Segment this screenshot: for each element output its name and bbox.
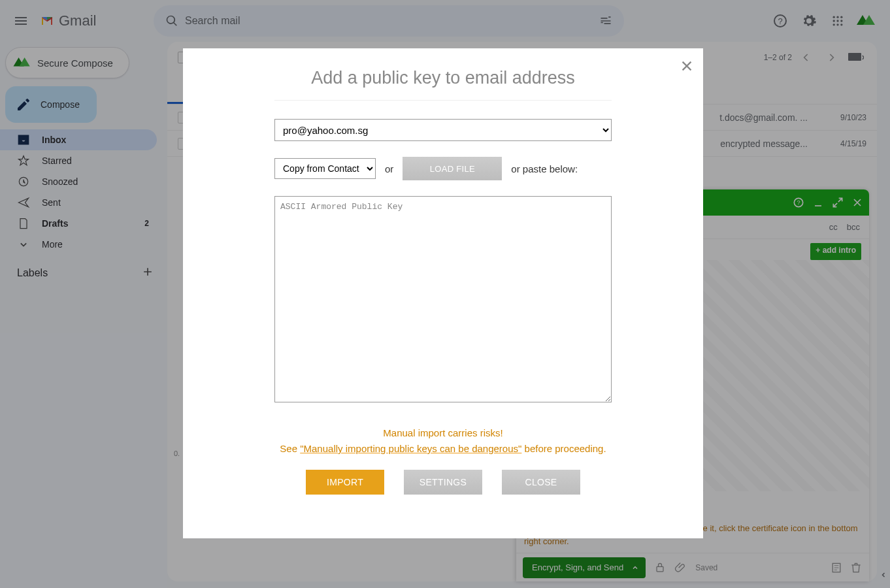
or-label: or	[385, 163, 393, 174]
import-button[interactable]: IMPORT	[306, 470, 384, 495]
public-key-textarea[interactable]	[274, 196, 612, 402]
warning-text: Manual import carries risks! See "Manual…	[274, 425, 612, 457]
paste-label: or paste below:	[511, 163, 578, 174]
warn-see: See	[280, 443, 300, 454]
close-button[interactable]: CLOSE	[502, 470, 580, 495]
warn-line1: Manual import carries risks!	[383, 427, 503, 438]
email-select[interactable]: pro@yahoo.com.sg	[274, 119, 612, 141]
modal-buttons: IMPORT SETTINGS CLOSE	[274, 470, 612, 495]
settings-button[interactable]: SETTINGS	[404, 470, 482, 495]
warn-after: before proceeding.	[521, 443, 606, 454]
close-icon	[680, 59, 694, 73]
modal-title: Add a public key to email address	[274, 68, 612, 101]
warn-link[interactable]: "Manually importing public keys can be d…	[300, 443, 521, 454]
contact-select[interactable]: Copy from Contact	[274, 158, 376, 179]
load-file-button[interactable]: LOAD FILE	[403, 157, 502, 180]
add-public-key-modal: Add a public key to email address pro@ya…	[183, 48, 703, 538]
modal-close-button[interactable]	[680, 57, 694, 78]
source-row: Copy from Contact or LOAD FILE or paste …	[274, 157, 612, 180]
